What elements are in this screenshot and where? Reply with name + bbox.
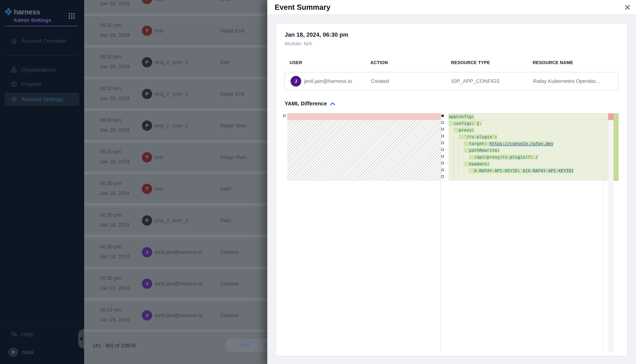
diff-left-pane [287, 113, 441, 181]
row-avatar: T [142, 152, 152, 162]
row-avatar: J [142, 278, 152, 289]
diff-chunk-marker [442, 142, 444, 144]
event-user-avatar: J [291, 76, 301, 86]
prev-page-button[interactable]: ← Prev [226, 342, 256, 348]
yaml-line: proxy: [449, 127, 574, 134]
event-resource-name: Rafay Kubernetes Operatio... [533, 72, 600, 90]
event-resource-type: IDP_APP_CONFIGS [451, 72, 500, 90]
row-action: Start [220, 218, 231, 224]
row-avatar: J [142, 310, 152, 320]
diff-deleted-line [287, 113, 441, 120]
pagination-control: ← Prev 1 [226, 339, 267, 352]
row-user-name: jenil.jain@harness.io [155, 312, 203, 318]
sidebar-item-account-overview[interactable]: Account Overview [5, 35, 79, 47]
logo-text: harness [14, 8, 40, 16]
row-action: Start [220, 186, 231, 192]
row-avatar: T [142, 184, 152, 194]
row-action: Created [220, 281, 239, 287]
row-date: Jan 18, 2024 [100, 32, 130, 38]
row-date: Jan 18, 2024 [100, 159, 130, 165]
audit-log-row[interactable]: 06:30 pmJan 18, 2024TtestStage End [84, 16, 267, 45]
sidebar-accent-line [5, 26, 78, 26]
yaml-difference-label: YAML Difference [285, 100, 327, 107]
diff-chunk-marker [442, 169, 444, 171]
event-summary-drawer: Event Summary Jan 18, 2024, 06:30 pm Mod… [267, 0, 636, 364]
row-time: 06:30 pm [100, 86, 121, 91]
sidebar: harness Admin Settings Account OverviewO… [0, 0, 84, 364]
yaml-diff-view: appConfig: configs: |- proxy: '/rs-plugi… [276, 113, 627, 352]
row-user-name: test [155, 0, 163, 2]
audit-log-row[interactable]: Jan 18, 2024TtestEnd [84, 0, 267, 13]
row-user-name: proj_2_cron_2 [155, 218, 188, 224]
sidebar-item-account-settings[interactable]: Account Settings [5, 93, 79, 106]
sidebar-divider [5, 55, 78, 56]
audit-log-row[interactable]: 06:30 pmJan 18, 2024Pproj_2_cron_2Start [84, 206, 267, 235]
help-icon [11, 331, 17, 338]
audit-log-row[interactable]: 06:30 pmJan 18, 2024Pproj_2_cron_2Stage … [84, 80, 267, 108]
yaml-line: /api/proxy/rs-plugin/?: / [449, 154, 574, 161]
diff-delete-marker [608, 113, 613, 120]
yaml-line: target: https://console.rafay.dev [449, 140, 574, 147]
gear-icon [11, 96, 17, 102]
audit-log-row[interactable]: 06:30 pmJan 18, 2024Jjenil.jain@harness.… [84, 238, 267, 266]
user-name: deba [22, 349, 34, 355]
diff-chunk-marker [442, 114, 444, 117]
sidebar-item-projects[interactable]: Projects [5, 78, 79, 90]
event-summary-card: Jan 18, 2024, 06:30 pm Module: N/A USER … [276, 24, 627, 356]
help-label: Help [21, 331, 33, 338]
sidebar-item-label: Projects [21, 81, 41, 87]
screen: harness Admin Settings Account OverviewO… [0, 0, 636, 364]
audit-log-row[interactable]: 06:29 pmJan 18, 2024Jjenil.jain@harness.… [84, 301, 267, 330]
row-action: Stage End [220, 28, 244, 34]
row-time: 06:30 pm [100, 149, 121, 155]
row-date: Jan 18, 2024 [100, 285, 130, 291]
sidebar-item-help[interactable]: Help [5, 328, 79, 340]
diff-chunk-marker [442, 148, 444, 151]
row-time: 06:30 pm [100, 212, 121, 218]
row-date: Jan 18, 2024 [100, 254, 130, 260]
diff-chunk-marker [442, 155, 444, 158]
row-time: 06:30 pm [100, 244, 121, 250]
diff-pane-edge-line [603, 113, 603, 352]
diff-collapsed-area [287, 120, 441, 181]
user-avatar: D [9, 348, 18, 357]
yaml-line: headers: [449, 161, 574, 168]
yaml-line: appConfig: [449, 113, 574, 120]
audit-log-row[interactable]: 06:30 pmJan 18, 2024TtestStage Start [84, 143, 267, 172]
yaml-line: '/rs-plugin': [449, 134, 574, 140]
chevron-up-icon [330, 102, 335, 105]
user-menu[interactable]: D deba [9, 348, 34, 357]
diff-chunk-marker [442, 162, 444, 164]
pagination-range: (41 - 60) of 10876 [93, 343, 136, 349]
page-1-button[interactable]: 1 [257, 342, 267, 348]
row-avatar: T [142, 0, 152, 4]
diff-scrollbar-track[interactable] [608, 113, 613, 352]
audit-log-row[interactable]: 06:30 pmJan 18, 2024Pproj_2_cron_2End [84, 48, 267, 76]
row-date: Jan 18, 2024 [100, 96, 130, 101]
diff-chunk-marker [283, 114, 286, 117]
row-user-name: test [155, 154, 163, 160]
close-icon[interactable] [624, 4, 631, 11]
sidebar-divider [5, 323, 78, 323]
module-grid-icon[interactable] [69, 13, 75, 19]
sidebar-item-organizations[interactable]: Organizations [5, 64, 79, 76]
row-avatar: T [142, 26, 152, 36]
row-time: 06:30 pm [100, 275, 121, 281]
row-user-name: test [155, 186, 163, 192]
row-action: Created [220, 312, 239, 318]
audit-log-row[interactable]: 06:30 pmJan 18, 2024Jjenil.jain@harness.… [84, 269, 267, 298]
event-user: jenil.jain@harness.io [304, 72, 352, 90]
row-action: Created [220, 249, 239, 255]
row-time: 06:30 pm [100, 117, 121, 123]
row-action: End [220, 59, 230, 65]
sidebar-collapse-toggle[interactable] [78, 329, 84, 348]
yaml-difference-toggle[interactable]: YAML Difference [285, 100, 335, 107]
yaml-code[interactable]: appConfig: configs: |- proxy: '/rs-plugi… [449, 113, 574, 181]
row-date: Jan 18, 2024 [100, 222, 130, 228]
event-module: Module: N/A [285, 41, 312, 46]
harness-logo: harness [5, 8, 40, 16]
audit-log-row[interactable]: 06:30 pmJan 18, 2024TtestStart [84, 174, 267, 203]
row-action: End [220, 0, 230, 2]
row-date: Jan 18, 2024 [100, 317, 130, 323]
audit-log-row[interactable]: 06:30 pmJan 18, 2024Pproj_2_cron_2Stage … [84, 111, 267, 140]
